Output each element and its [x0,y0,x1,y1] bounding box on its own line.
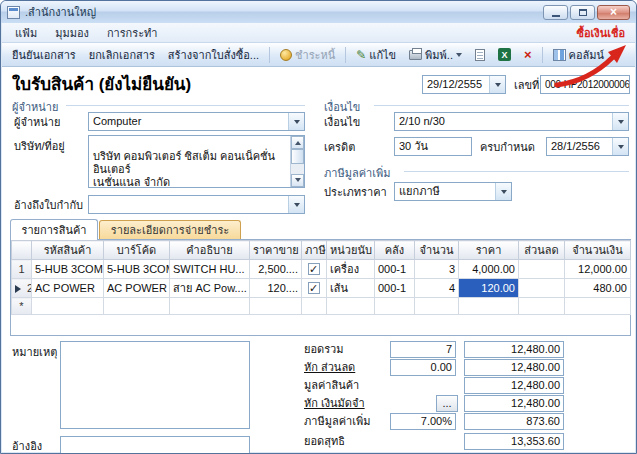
deposit-browse-button[interactable]: ... [436,395,458,412]
menu-actions[interactable]: การกระทำ [98,22,167,44]
discount-link[interactable]: หัก ส่วนลด [304,359,355,376]
cell-unit[interactable]: เส้น [327,279,375,298]
cell-sell-price[interactable]: 120.... [250,279,302,298]
scroll-up-icon[interactable] [291,136,304,149]
cell-description[interactable]: สาย AC Pow.... [170,279,250,298]
price-type-dropdown-icon[interactable] [495,183,511,200]
export-excel-button[interactable] [492,45,517,64]
supplier-combo[interactable]: Computer [88,112,305,131]
ref-invoice-combo[interactable] [88,195,305,214]
cell-empty[interactable] [170,298,250,315]
cell-quantity[interactable]: 4 [415,279,459,298]
row-header-current[interactable]: 2 [12,279,32,298]
col-header-product-code[interactable]: รหัสสินค้า [32,241,104,260]
confirm-document-button[interactable]: ยืนยันเอกสาร [6,43,82,67]
new-row-header[interactable]: * [12,298,32,315]
col-header-warehouse[interactable]: คลัง [375,241,415,260]
window-titlebar[interactable]: .สำนักงานใหญ่ [1,1,636,23]
date-dropdown-icon[interactable] [489,76,505,93]
cell-amount[interactable]: 12,000.00 [565,260,631,279]
cell-tax[interactable] [302,279,327,298]
printer-icon [409,50,422,60]
due-date-picker[interactable]: 28/1/2556 [546,137,629,156]
minimize-button[interactable] [543,5,568,20]
col-header-amount[interactable]: จำนวนเงิน [565,241,631,260]
deposit-link[interactable]: หัก เงินมัดจำ [304,395,365,412]
cell-empty[interactable] [415,298,459,315]
tax-checkbox[interactable] [308,263,320,275]
document-date-picker[interactable]: 29/12/2555 [422,75,506,94]
cancel-document-button[interactable]: ยกเลิกเอกสาร [83,43,161,67]
tax-checkbox[interactable] [308,282,320,294]
cell-empty[interactable] [459,298,519,315]
cell-empty[interactable] [375,298,415,315]
ref-invoice-dropdown-icon[interactable] [288,196,304,213]
cell-empty[interactable] [250,298,302,315]
supplier-dropdown-icon[interactable] [288,113,304,130]
cell-amount[interactable]: 480.00 [565,279,631,298]
cell-empty[interactable] [32,298,104,315]
cell-barcode[interactable]: AC POWER [104,279,170,298]
pay-debt-button[interactable]: ชำระหนี้ [274,43,341,67]
items-grid-panel: รหัสสินค้า บาร์โค้ด คำอธิบาย ราคาขาย ภาษ… [10,239,631,336]
credit-days-field[interactable]: 30 วัน [394,137,472,156]
cell-discount[interactable] [519,260,565,279]
reference-input[interactable] [60,436,250,454]
cell-empty[interactable] [565,298,631,315]
cell-unit[interactable]: เครื่อง [327,260,375,279]
col-header-tax[interactable]: ภาษี [302,241,327,260]
menu-file[interactable]: แฟ้ม [6,22,46,44]
cell-warehouse[interactable]: 000-1 [375,279,415,298]
delete-button[interactable] [518,46,538,64]
col-header-price[interactable]: ราคา [459,241,519,260]
conditions-group-line [374,105,629,106]
col-header-unit[interactable]: หน่วยนับ [327,241,375,260]
cell-empty[interactable] [327,298,375,315]
close-button[interactable] [597,5,630,20]
cell-sell-price[interactable]: 2,500.... [250,260,302,279]
cell-price-selected[interactable]: 120.00 [459,279,519,298]
cell-empty[interactable] [302,298,327,315]
due-date-dropdown-icon[interactable] [612,138,628,155]
supplier-address-field[interactable]: บริษัท คอมพิวเตอร์ ซิสเต็ม คอนเน็คชั่น อ… [88,135,305,188]
menu-view[interactable]: มุมมอง [46,22,98,44]
discount-value-field[interactable]: 0.00 [390,359,456,376]
price-type-combo[interactable]: แยกภาษี [394,182,512,201]
create-from-po-button[interactable]: สร้างจากใบสั่งซื้อ... [162,43,265,67]
cell-product-code[interactable]: AC POWER [32,279,104,298]
cell-empty[interactable] [519,298,565,315]
scroll-down-icon[interactable] [291,174,304,187]
edit-button[interactable]: แก้ไข [350,43,402,67]
maximize-button[interactable] [570,5,595,20]
columns-button[interactable]: คอลัมน์ [547,43,610,67]
coin-icon [280,49,292,61]
cell-tax[interactable] [302,260,327,279]
col-header-description[interactable]: คำอธิบาย [170,241,250,260]
terms-combo[interactable]: 2/10 n/30 [394,112,629,131]
doc-no-field[interactable]: 000-HP2012000006 [540,75,630,94]
cell-quantity[interactable]: 3 [415,260,459,279]
cell-description[interactable]: SWITCH HU... [170,260,250,279]
cell-empty[interactable] [104,298,170,315]
cell-barcode[interactable]: 5-HUB 3COM [104,260,170,279]
print-preview-button[interactable] [469,46,491,64]
tab-items[interactable]: รายการสินค้า [10,219,98,240]
col-header-sell-price[interactable]: ราคาขาย [250,241,302,260]
items-grid[interactable]: รหัสสินค้า บาร์โค้ด คำอธิบาย ราคาขาย ภาษ… [11,240,631,315]
note-textarea[interactable] [60,341,250,429]
cell-price[interactable]: 4,000.00 [459,260,519,279]
window-title: .สำนักงานใหญ่ [25,3,96,21]
cell-discount[interactable] [519,279,565,298]
cell-warehouse[interactable]: 000-1 [375,260,415,279]
tab-payment-details[interactable]: รายละเอียดการจ่ายชำระ [99,220,241,239]
row-header[interactable]: 1 [12,260,32,279]
terms-dropdown-icon[interactable] [612,113,628,130]
scroll-thumb[interactable] [291,149,304,164]
vat-rate-field[interactable]: 7.00% [390,413,456,430]
address-scrollbar[interactable] [290,136,304,187]
col-header-discount[interactable]: ส่วนลด [519,241,565,260]
col-header-barcode[interactable]: บาร์โค้ด [104,241,170,260]
cell-product-code[interactable]: 5-HUB 3COM [32,260,104,279]
print-button[interactable]: พิมพ์.. [403,43,468,67]
col-header-quantity[interactable]: จำนวน [415,241,459,260]
